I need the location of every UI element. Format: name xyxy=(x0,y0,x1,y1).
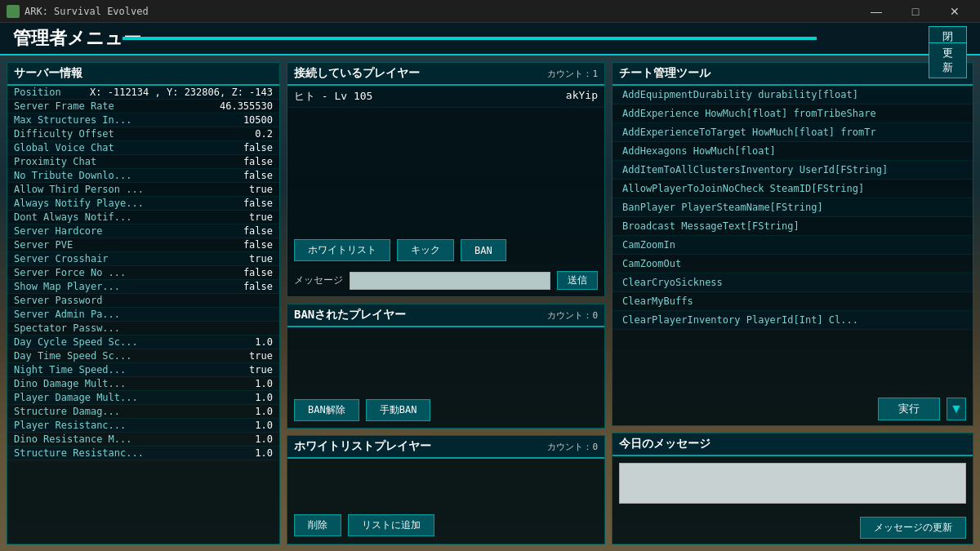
cheat-item[interactable]: AddExperience HowMuch[float] fromTribeSh… xyxy=(612,104,973,123)
message-input[interactable] xyxy=(350,272,550,290)
server-info-row: Server Admin Pa... xyxy=(7,308,279,322)
cheat-footer: 実行 ▼ xyxy=(612,393,973,425)
server-info-panel: サーバー情報 PositionX: -112134 , Y: 232806, Z… xyxy=(7,62,280,544)
ban-actions: BAN解除 手動BAN xyxy=(287,393,604,428)
server-info-row: Dino Damage Mult...1.0 xyxy=(7,377,279,391)
motd-footer: メッセージの更新 xyxy=(612,513,973,544)
cheat-tools-content[interactable]: AddEquipmentDurability durability[float]… xyxy=(612,86,973,393)
info-label: Server PVE xyxy=(14,239,73,251)
titlebar-title: ARK: Survival Evolved xyxy=(24,6,149,17)
player-actions: ホワイトリスト キック BAN xyxy=(287,233,604,268)
server-info-row: Server PVEfalse xyxy=(7,238,279,252)
cheat-item[interactable]: AddEquipmentDurability durability[float] xyxy=(612,86,973,104)
cheat-item[interactable]: AddExperienceToTarget HowMuch[float] fro… xyxy=(612,123,973,142)
info-value: false xyxy=(243,225,273,237)
update-button[interactable]: 更新 xyxy=(929,42,967,78)
manual-ban-button[interactable]: 手動BAN xyxy=(366,399,431,421)
info-value: false xyxy=(243,170,273,181)
titlebar-left: ARK: Survival Evolved xyxy=(7,5,149,18)
cheat-item[interactable]: BanPlayer PlayerSteamName[FString] xyxy=(612,198,973,217)
cheat-item[interactable]: CamZoomOut xyxy=(612,255,973,273)
motd-title: 今日のメッセージ xyxy=(619,437,710,451)
info-label: Server Force No ... xyxy=(14,267,126,278)
ban-title: BANされたプレイヤー xyxy=(294,308,406,322)
players-count: カウント：1 xyxy=(547,68,598,80)
ban-button[interactable]: BAN xyxy=(461,239,506,261)
info-label: Proximity Chat xyxy=(14,156,96,167)
whitelist-button[interactable]: ホワイトリスト xyxy=(294,239,390,261)
info-value: 1.0 xyxy=(255,336,273,348)
cheat-item[interactable]: AllowPlayerToJoinNoCheck SteamID[FString… xyxy=(612,180,973,198)
players-panel: 接続しているプレイヤー カウント：1 ヒト - Lv 105 akYip ホワイ… xyxy=(287,62,605,297)
info-label: Spectator Passw... xyxy=(14,322,120,334)
server-info-row: Day Cycle Speed Sc...1.0 xyxy=(7,335,279,349)
info-value: 46.355530 xyxy=(220,100,273,112)
info-value: true xyxy=(249,253,273,264)
info-label: Dino Damage Mult... xyxy=(14,378,126,389)
whitelist-header: ホワイトリストプレイヤー カウント：0 xyxy=(287,436,604,459)
delete-button[interactable]: 削除 xyxy=(294,514,341,536)
right-column: チート管理ツール AddEquipmentDurability durabili… xyxy=(612,62,973,544)
ban-count: カウント：0 xyxy=(547,309,598,322)
info-value: true xyxy=(249,184,273,195)
cheat-item[interactable]: ClearCryoSickness xyxy=(612,273,973,292)
whitelist-content xyxy=(287,459,604,508)
message-label: メッセージ xyxy=(294,273,343,287)
unban-button[interactable]: BAN解除 xyxy=(294,399,359,421)
info-value: 1.0 xyxy=(255,420,273,431)
cheat-tools-header: チート管理ツール xyxy=(612,63,973,86)
info-value: 1.0 xyxy=(255,433,273,445)
info-label: Server Crosshair xyxy=(14,253,109,264)
info-label: Night Time Speed... xyxy=(14,364,126,375)
server-info-row: Show Map Player...false xyxy=(7,280,279,294)
update-message-button[interactable]: メッセージの更新 xyxy=(860,517,966,539)
maximize-button[interactable]: □ xyxy=(897,0,934,23)
players-header: 接続しているプレイヤー カウント：1 xyxy=(287,63,604,86)
run-button[interactable]: 実行 xyxy=(878,398,940,420)
server-info-row: Proximity Chatfalse xyxy=(7,155,279,169)
player-name-right: akYip xyxy=(566,89,598,104)
cheat-item[interactable]: Broadcast MessageText[FString] xyxy=(612,217,973,236)
info-label: Global Voice Chat xyxy=(14,142,114,153)
header-progress-fill xyxy=(122,37,817,40)
whitelist-panel: ホワイトリストプレイヤー カウント：0 削除 リストに追加 xyxy=(287,435,605,544)
cheat-item[interactable]: AddItemToAllClustersInventory UserId[FSt… xyxy=(612,161,973,180)
admin-ui: 管理者メニュー 閉じる 更新 サーバー情報 PositionX: -112134… xyxy=(0,23,980,551)
ban-header: BANされたプレイヤー カウント：0 xyxy=(287,304,604,327)
info-value: true xyxy=(249,211,273,223)
info-value: 10500 xyxy=(243,114,273,126)
info-value: 1.0 xyxy=(255,392,273,403)
server-info-row: Server Crosshairtrue xyxy=(7,252,279,266)
info-value: false xyxy=(243,239,273,251)
server-info-row: Player Resistanc...1.0 xyxy=(7,419,279,433)
info-value: false xyxy=(243,281,273,292)
add-to-list-button[interactable]: リストに追加 xyxy=(348,514,434,536)
titlebar-controls: — □ ✕ xyxy=(858,0,973,23)
info-label: Structure Resistanc... xyxy=(14,447,144,459)
info-value: false xyxy=(243,156,273,167)
info-value: 1.0 xyxy=(255,447,273,459)
cheat-item[interactable]: ClearPlayerInventory PlayerId[Int] Cl... xyxy=(612,311,973,330)
info-label: No Tribute Downlo... xyxy=(14,170,132,181)
scroll-down-button[interactable]: ▼ xyxy=(947,398,966,420)
cheat-item[interactable]: ClearMyBuffs xyxy=(612,292,973,311)
motd-panel: 今日のメッセージ メッセージの更新 xyxy=(612,433,973,544)
server-info-row: Difficulty Offset0.2 xyxy=(7,127,279,141)
info-value: false xyxy=(243,198,273,209)
info-label: Server Admin Pa... xyxy=(14,309,120,320)
whitelist-title: ホワイトリストプレイヤー xyxy=(294,439,431,454)
server-info-row: Dont Always Notif...true xyxy=(7,211,279,224)
server-info-row: Structure Damag...1.0 xyxy=(7,405,279,419)
motd-input[interactable] xyxy=(619,463,966,504)
info-value: false xyxy=(243,267,273,278)
kick-button[interactable]: キック xyxy=(397,239,454,261)
minimize-button[interactable]: — xyxy=(858,0,895,23)
window-close-button[interactable]: ✕ xyxy=(936,0,973,23)
info-value: 1.0 xyxy=(255,378,273,389)
server-info-content[interactable]: PositionX: -112134 , Y: 232806, Z: -143S… xyxy=(7,86,279,544)
cheat-item[interactable]: AddHexagons HowMuch[float] xyxy=(612,142,973,161)
server-info-row: Server Frame Rate46.355530 xyxy=(7,100,279,113)
server-info-row: Player Damage Mult...1.0 xyxy=(7,391,279,405)
cheat-item[interactable]: CamZoomIn xyxy=(612,236,973,255)
send-button[interactable]: 送信 xyxy=(557,271,598,290)
